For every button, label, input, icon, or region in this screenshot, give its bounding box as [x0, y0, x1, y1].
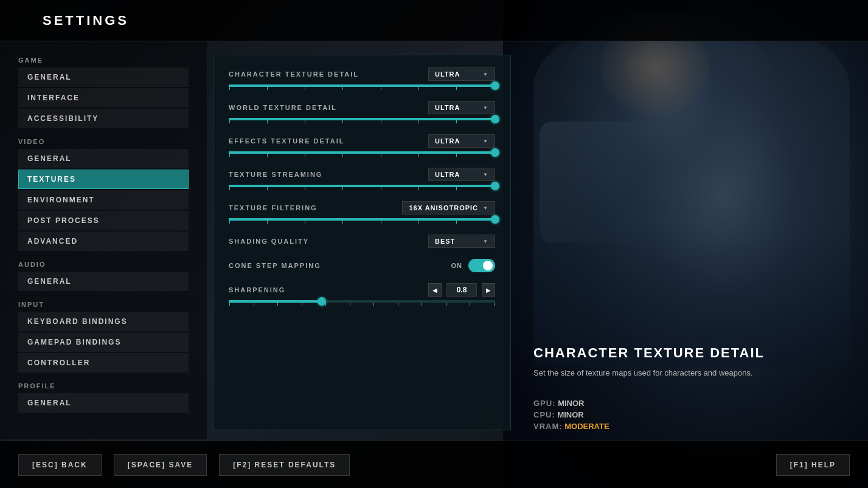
dropdown-texture-streaming[interactable]: ULTRA▼ [428, 168, 495, 181]
dropdown-value-texture-filtering: 16X ANISOTROPIC [409, 204, 478, 211]
tick [267, 221, 268, 224]
tick [381, 120, 381, 123]
slider-ticks-effects-texture-detail [229, 154, 495, 157]
header: SETTINGS [0, 0, 868, 41]
section-label-input: INPUT [18, 301, 189, 308]
slider-track-texture-streaming[interactable] [229, 185, 495, 187]
setting-label-effects-texture-detail: EFFECTS TEXTURE DETAIL [229, 137, 344, 145]
footer-right: [F1] HELP [776, 454, 850, 476]
setting-label-texture-streaming: TEXTURE STREAMING [229, 171, 322, 178]
nav-item-video-general[interactable]: GENERAL [18, 149, 189, 168]
dropdown-texture-filtering[interactable]: 16X ANISOTROPIC▼ [402, 201, 495, 215]
slider-thumb-effects-texture-detail[interactable] [491, 148, 499, 157]
dropdown-shading-quality[interactable]: BEST▼ [428, 235, 495, 248]
slider-track-effects-texture-detail[interactable] [229, 151, 495, 154]
section-label-video: VIDEO [18, 138, 189, 145]
slider-thumb-world-texture-detail[interactable] [491, 115, 499, 123]
gpu-value: MINOR [558, 399, 584, 408]
vram-stat: VRAM: MODERATE [533, 422, 838, 431]
nav-item-input-controller[interactable]: CONTROLLER [18, 353, 189, 373]
tick [456, 120, 457, 123]
tick [267, 120, 268, 123]
decrement-btn-sharpening[interactable]: ◀ [428, 283, 442, 297]
tick [373, 303, 374, 306]
tick [418, 221, 419, 224]
tick [305, 187, 305, 190]
performance-stats: GPU: MINOR CPU: MINOR VRAM: MODERATE [521, 399, 850, 433]
nav-item-video-textures[interactable]: TEXTURES [18, 170, 189, 189]
footer: [ESC] BACK[SPACE] SAVE[F2] RESET DEFAULT… [0, 441, 868, 488]
dropdown-world-texture-detail[interactable]: ULTRA▼ [428, 101, 495, 114]
sidebar: GAMEGENERALINTERFACEACCESSIBILITYVIDEOGE… [0, 41, 207, 439]
slider-track-character-texture-detail[interactable] [229, 84, 495, 87]
tick [229, 221, 230, 224]
tick [456, 154, 457, 157]
toggle-switch-cone-step-mapping[interactable] [468, 259, 495, 272]
nav-item-audio-general[interactable]: GENERAL [18, 272, 189, 291]
help-btn[interactable]: [F1] HELP [776, 454, 850, 476]
reset-btn[interactable]: [F2] RESET DEFAULTS [219, 454, 350, 476]
toggle-wrap-cone-step-mapping[interactable]: ON [451, 259, 496, 272]
step-value-sharpening: 0.8 [446, 283, 477, 297]
tick [470, 303, 470, 306]
nav-item-video-postprocess[interactable]: POST PROCESS [18, 211, 189, 230]
slider-ticks-character-texture-detail [229, 87, 495, 90]
tick [456, 221, 457, 224]
slider-thumb-sharpening[interactable] [318, 297, 326, 306]
tick [305, 154, 305, 157]
dropdown-value-character-texture-detail: ULTRA [435, 70, 460, 78]
dropdown-effects-texture-detail[interactable]: ULTRA▼ [428, 134, 495, 148]
nav-item-video-advanced[interactable]: ADVANCED [18, 232, 189, 251]
nav-item-profile-general[interactable]: GENERAL [18, 393, 189, 413]
tick [398, 303, 398, 306]
gpu-stat: GPU: MINOR [533, 399, 838, 408]
cpu-label: CPU: [533, 410, 555, 419]
increment-btn-sharpening[interactable]: ▶ [482, 283, 495, 297]
tick [229, 154, 230, 157]
tick [342, 120, 343, 123]
setting-header-shading-quality: SHADING QUALITYBEST▼ [229, 235, 495, 248]
dropdown-value-world-texture-detail: ULTRA [435, 104, 460, 111]
tick [342, 221, 343, 224]
tick [446, 303, 446, 306]
tick [305, 87, 305, 90]
nav-item-input-keyboard[interactable]: KEYBOARD BINDINGS [18, 312, 189, 331]
save-btn[interactable]: [SPACE] SAVE [114, 454, 207, 476]
back-btn[interactable]: [ESC] BACK [18, 454, 102, 476]
slider-track-texture-filtering[interactable] [229, 218, 495, 221]
tick [456, 87, 457, 90]
tick [267, 187, 268, 190]
slider-track-world-texture-detail[interactable] [229, 118, 495, 120]
tick [342, 154, 343, 157]
tick [229, 87, 230, 90]
vram-label: VRAM: [533, 422, 563, 431]
setting-header-texture-streaming: TEXTURE STREAMINGULTRA▼ [229, 168, 495, 181]
chevron-down-icon: ▼ [483, 72, 488, 77]
setting-row-effects-texture-detail: EFFECTS TEXTURE DETAILULTRA▼ [229, 134, 495, 157]
tick [381, 221, 381, 224]
setting-header-effects-texture-detail: EFFECTS TEXTURE DETAILULTRA▼ [229, 134, 495, 148]
dropdown-value-effects-texture-detail: ULTRA [435, 137, 460, 145]
nav-item-game-accessibility[interactable]: ACCESSIBILITY [18, 109, 189, 128]
nav-item-game-general[interactable]: GENERAL [18, 67, 189, 87]
setting-header-world-texture-detail: WORLD TEXTURE DETAILULTRA▼ [229, 101, 495, 114]
section-label-game: GAME [18, 57, 189, 64]
setting-label-cone-step-mapping: CONE STEP MAPPING [229, 262, 321, 269]
tick [418, 120, 419, 123]
tick [342, 87, 343, 90]
slider-track-sharpening[interactable] [229, 300, 495, 303]
chevron-down-icon: ▼ [483, 239, 488, 244]
dropdown-character-texture-detail[interactable]: ULTRA▼ [428, 67, 495, 81]
slider-thumb-texture-filtering[interactable] [491, 215, 499, 224]
setting-header-cone-step-mapping: CONE STEP MAPPINGON [229, 259, 495, 272]
slider-thumb-character-texture-detail[interactable] [491, 81, 499, 90]
dropdown-value-texture-streaming: ULTRA [435, 171, 460, 178]
slider-ticks-texture-filtering [229, 221, 495, 224]
nav-item-video-environment[interactable]: ENVIRONMENT [18, 190, 189, 210]
nav-item-input-gamepad[interactable]: GAMEPAD BINDINGS [18, 332, 189, 352]
setting-header-texture-filtering: TEXTURE FILTERING16X ANISOTROPIC▼ [229, 201, 495, 215]
chevron-down-icon: ▼ [483, 205, 488, 211]
tick [342, 187, 343, 190]
nav-item-game-interface[interactable]: INTERFACE [18, 88, 189, 108]
slider-thumb-texture-streaming[interactable] [491, 182, 499, 190]
